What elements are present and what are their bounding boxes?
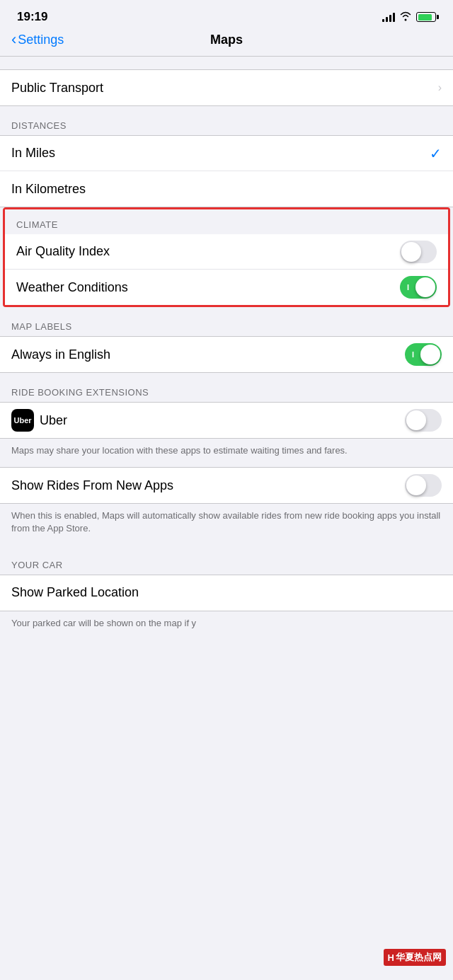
distances-group: In Miles ✓ In Kilometres xyxy=(0,135,453,207)
status-time: 19:19 xyxy=(17,10,47,24)
watermark-h-icon: H xyxy=(388,952,394,963)
status-bar: 19:19 xyxy=(0,0,453,30)
uber-row[interactable]: Uber Uber xyxy=(0,403,453,438)
spacer-top xyxy=(0,57,453,69)
ride-booking-header: RIDE BOOKING EXTENSIONS xyxy=(0,373,453,402)
always-english-row[interactable]: Always in English I xyxy=(0,337,453,372)
watermark-logo: H 华夏热点网 xyxy=(384,949,446,966)
watermark-brand-text: 华夏热点网 xyxy=(396,951,442,964)
map-labels-header: MAP LABELS xyxy=(0,307,453,336)
in-miles-right: ✓ xyxy=(430,145,442,162)
weather-toggle-label: I xyxy=(407,283,409,292)
in-kilometres-row[interactable]: In Kilometres xyxy=(0,171,453,207)
map-labels-group: Always in English I xyxy=(0,336,453,373)
air-quality-toggle[interactable] xyxy=(400,241,437,263)
air-quality-row[interactable]: Air Quality Index xyxy=(5,234,448,270)
distances-section: DISTANCES In Miles ✓ In Kilometres xyxy=(0,106,453,207)
wifi-icon xyxy=(399,11,412,23)
public-transport-label: Public Transport xyxy=(11,81,103,96)
map-labels-section: MAP LABELS Always in English I xyxy=(0,307,453,373)
always-english-toggle-knob xyxy=(420,345,440,364)
always-english-toggle-label: I xyxy=(412,350,414,359)
climate-group: Air Quality Index Weather Conditions I xyxy=(5,234,448,305)
show-rides-group: Show Rides From New Apps xyxy=(0,467,453,504)
public-transport-right: › xyxy=(438,81,442,94)
uber-app-icon: Uber xyxy=(11,409,34,432)
weather-conditions-toggle-knob xyxy=(415,277,435,297)
signal-bars-icon xyxy=(382,12,395,22)
show-parked-row[interactable]: Show Parked Location xyxy=(0,575,453,611)
in-miles-label: In Miles xyxy=(11,146,55,161)
uber-icon-text: Uber xyxy=(13,416,31,425)
uber-toggle[interactable] xyxy=(405,409,442,432)
show-rides-row[interactable]: Show Rides From New Apps xyxy=(0,468,453,503)
watermark: H 华夏热点网 xyxy=(384,949,446,966)
always-english-toggle[interactable]: I xyxy=(405,343,442,366)
weather-conditions-label: Weather Conditions xyxy=(16,280,128,295)
public-transport-group: Public Transport › xyxy=(0,69,453,106)
ride-booking-group: Uber Uber xyxy=(0,402,453,439)
uber-description: Maps may share your location with these … xyxy=(0,439,453,467)
uber-label: Uber xyxy=(40,413,67,428)
show-rides-toggle-knob xyxy=(406,475,426,495)
weather-conditions-toggle[interactable]: I xyxy=(400,276,437,299)
battery-icon xyxy=(416,12,436,22)
page-title: Maps xyxy=(210,33,243,47)
show-parked-label: Show Parked Location xyxy=(11,585,139,600)
show-parked-description: Your parked car will be shown on the map… xyxy=(0,611,453,640)
climate-section-wrapper: CLIMATE Air Quality Index Weather Condit… xyxy=(3,207,450,307)
uber-row-left: Uber Uber xyxy=(11,409,67,432)
chevron-right-icon: › xyxy=(438,81,442,94)
climate-header: CLIMATE xyxy=(5,209,448,234)
your-car-section: YOUR CAR Show Parked Location Your parke… xyxy=(0,546,453,640)
ride-booking-section: RIDE BOOKING EXTENSIONS Uber Uber Maps m… xyxy=(0,373,453,467)
weather-conditions-row[interactable]: Weather Conditions I xyxy=(5,270,448,305)
checkmark-icon: ✓ xyxy=(430,145,442,162)
uber-toggle-knob xyxy=(406,410,426,430)
show-rides-description: When this is enabled, Maps will automati… xyxy=(0,504,453,545)
public-transport-row[interactable]: Public Transport › xyxy=(0,70,453,105)
status-icons xyxy=(382,11,436,23)
distances-header: DISTANCES xyxy=(0,106,453,135)
show-rides-toggle[interactable] xyxy=(405,474,442,497)
nav-bar: ‹ Settings Maps xyxy=(0,30,453,57)
back-chevron-icon: ‹ xyxy=(11,32,16,47)
your-car-group: Show Parked Location xyxy=(0,575,453,611)
air-quality-toggle-knob xyxy=(401,242,421,262)
always-english-label: Always in English xyxy=(11,347,110,362)
air-quality-label: Air Quality Index xyxy=(16,244,110,259)
in-kilometres-label: In Kilometres xyxy=(11,182,86,197)
your-car-header: YOUR CAR xyxy=(0,546,453,575)
show-rides-label: Show Rides From New Apps xyxy=(11,478,173,493)
in-miles-row[interactable]: In Miles ✓ xyxy=(0,136,453,171)
back-button[interactable]: ‹ Settings xyxy=(11,33,64,47)
